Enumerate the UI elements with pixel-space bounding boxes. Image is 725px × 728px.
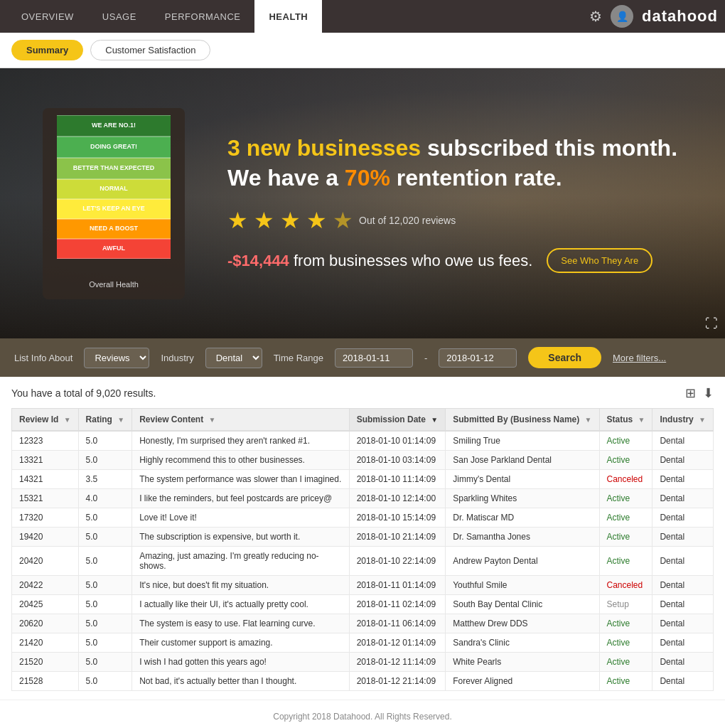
col-business-name[interactable]: Submitted By (Business Name) ▼ — [446, 409, 599, 432]
download-icon[interactable]: ⬇ — [703, 385, 714, 401]
nav-performance[interactable]: PERFORMANCE — [151, 0, 255, 33]
table-body: 12323 5.0 Honestly, I'm surprised they a… — [12, 431, 714, 691]
tab-customer-satisfaction[interactable]: Customer Satisfaction — [90, 40, 210, 60]
settings-grid-icon[interactable]: ⊞ — [685, 385, 696, 401]
cell-status: Active — [599, 508, 652, 528]
table-header: Review Id ▼ Rating ▼ Review Content ▼ Su… — [12, 409, 714, 432]
col-industry[interactable]: Industry ▼ — [652, 409, 714, 432]
meter-segment: NEED A BOOST — [57, 219, 171, 239]
meter-segment: DOING GREAT! — [57, 136, 171, 158]
cell-business: Jimmy's Dental — [446, 470, 599, 489]
cell-content: The system is easy to use. Flat learning… — [132, 614, 349, 633]
results-icons: ⊞ ⬇ — [685, 385, 714, 401]
gear-icon[interactable]: ⚙ — [589, 8, 602, 25]
cell-content: The system performance was slower than I… — [132, 470, 349, 489]
table-row: 21528 5.0 Not bad, it's actually better … — [12, 672, 714, 691]
cell-industry: Dental — [652, 508, 714, 528]
table-row: 14321 3.5 The system performance was slo… — [12, 470, 714, 489]
meter-bar: WE ARE NO.1!DOING GREAT!BETTER THAN EXPE… — [57, 115, 171, 272]
brand-name: datahood — [642, 7, 718, 26]
cell-review-id: 15321 — [12, 489, 79, 508]
cell-business: Sparkling Whites — [446, 489, 599, 508]
cell-review-id: 20420 — [12, 547, 79, 576]
cell-rating: 5.0 — [78, 528, 132, 547]
cell-review-id: 21420 — [12, 633, 79, 653]
cell-review-id: 20422 — [12, 576, 79, 595]
results-count: You have a total of 9,020 results. — [11, 387, 156, 399]
industry-select[interactable]: Dental — [205, 348, 262, 368]
cell-industry: Dental — [652, 451, 714, 470]
cell-status: Active — [599, 653, 652, 672]
cell-industry: Dental — [652, 672, 714, 691]
meter-segment: BETTER THAN EXPECTED — [57, 158, 171, 179]
col-status[interactable]: Status ▼ — [599, 409, 652, 432]
cell-status: Active — [599, 451, 652, 470]
fees-row: -$14,444 from businesses who owe us fees… — [227, 248, 725, 273]
meter-segment: WE ARE NO.1! — [57, 115, 171, 136]
date-separator: - — [424, 353, 427, 363]
col-rating[interactable]: Rating ▼ — [78, 409, 132, 432]
cell-industry: Dental — [652, 576, 714, 595]
cell-review-id: 20620 — [12, 614, 79, 633]
cell-industry: Dental — [652, 595, 714, 614]
nav-usage[interactable]: USAGE — [88, 0, 151, 33]
cell-industry: Dental — [652, 547, 714, 576]
cell-industry: Dental — [652, 528, 714, 547]
cell-rating: 5.0 — [78, 451, 132, 470]
cell-status: Active — [599, 547, 652, 576]
cell-business: San Jose Parkland Dental — [446, 451, 599, 470]
cell-content: Amazing, just amazing. I'm greatly reduc… — [132, 547, 349, 576]
see-who-button[interactable]: See Who They Are — [547, 248, 652, 273]
cell-date: 2018-01-10 21:14:09 — [349, 528, 446, 547]
star-4: ★ — [306, 207, 327, 234]
col-review-id[interactable]: Review Id ▼ — [12, 409, 79, 432]
hero-headline: 3 new businesses subscribed this month. … — [227, 134, 725, 193]
cell-rating: 5.0 — [78, 431, 132, 451]
cell-content: I like the reminders, but feel postcards… — [132, 489, 349, 508]
table-row: 19420 5.0 The subscription is expensive,… — [12, 528, 714, 547]
table-row: 13321 5.0 Highly recommend this to other… — [12, 451, 714, 470]
col-review-content[interactable]: Review Content ▼ — [132, 409, 349, 432]
tab-summary[interactable]: Summary — [11, 40, 83, 60]
cell-review-id: 21528 — [12, 672, 79, 691]
cell-review-id: 13321 — [12, 451, 79, 470]
search-button[interactable]: Search — [528, 347, 601, 368]
cell-status: Active — [599, 633, 652, 653]
cell-content: Highly recommend this to other businesse… — [132, 451, 349, 470]
cell-industry: Dental — [652, 633, 714, 653]
cell-business: Matthew Drew DDS — [446, 614, 599, 633]
nav-health[interactable]: HEALTH — [254, 0, 322, 33]
star-1: ★ — [227, 207, 248, 234]
cell-review-id: 21520 — [12, 653, 79, 672]
cell-business: South Bay Dental Clinic — [446, 595, 599, 614]
cell-rating: 5.0 — [78, 576, 132, 595]
nav-right: ⚙ 👤 datahood — [589, 5, 718, 28]
cell-date: 2018-01-10 15:14:09 — [349, 508, 446, 528]
date-to-input[interactable] — [439, 348, 517, 368]
table-row: 20620 5.0 The system is easy to use. Fla… — [12, 614, 714, 633]
headline-businesses: 3 new businesses — [227, 135, 421, 161]
cell-date: 2018-01-12 01:14:09 — [349, 633, 446, 653]
cell-status: Active — [599, 672, 652, 691]
meter-segment: AWFUL — [57, 239, 171, 259]
table-row: 12323 5.0 Honestly, I'm surprised they a… — [12, 431, 714, 451]
nav-overview[interactable]: OVERVIEW — [7, 0, 88, 33]
table-row: 21520 5.0 I wish I had gotten this years… — [12, 653, 714, 672]
cell-rating: 5.0 — [78, 633, 132, 653]
list-info-select[interactable]: Reviews — [84, 348, 149, 368]
cell-date: 2018-01-11 02:14:09 — [349, 595, 446, 614]
col-submission-date[interactable]: Submission Date ▼ — [349, 409, 446, 432]
cell-status: Canceled — [599, 576, 652, 595]
results-table: Review Id ▼ Rating ▼ Review Content ▼ Su… — [11, 408, 714, 691]
table-row: 21420 5.0 Their customer support is amaz… — [12, 633, 714, 653]
sub-nav: Summary Customer Satisfaction — [0, 33, 725, 68]
more-filters-button[interactable]: More filters... — [613, 353, 666, 363]
date-from-input[interactable] — [335, 348, 413, 368]
expand-icon[interactable]: ⛶ — [705, 316, 718, 331]
cell-date: 2018-01-10 03:14:09 — [349, 451, 446, 470]
cell-date: 2018-01-10 11:14:09 — [349, 470, 446, 489]
cell-business: Youthful Smile — [446, 576, 599, 595]
industry-label: Industry — [161, 353, 193, 363]
cell-status: Active — [599, 528, 652, 547]
cell-review-id: 14321 — [12, 470, 79, 489]
